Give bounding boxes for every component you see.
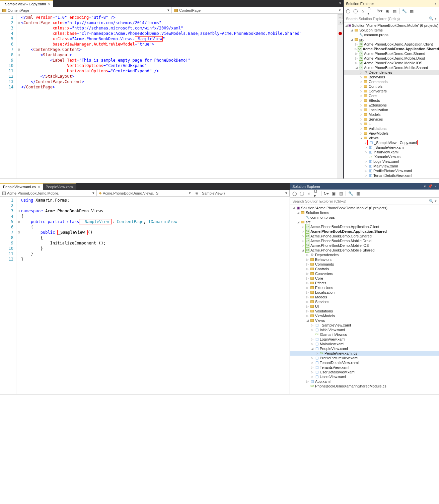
tree-row[interactable]: ◫MainView.xaml (290, 342, 439, 346)
tree-row[interactable]: C#Acme.PhoneBookDemo.Core.Shared (290, 234, 439, 238)
expand-icon[interactable] (364, 173, 367, 178)
tree-row[interactable]: ◫InitialView.xaml (344, 150, 439, 154)
tree-row[interactable]: Validations (344, 126, 439, 131)
tree-row[interactable]: ◫TenantDetailsView.xaml (344, 173, 439, 178)
member-combo[interactable]: ◉_SampleView()▾ (193, 190, 290, 196)
properties-icon[interactable]: 🔧 (348, 191, 353, 196)
tree-row[interactable]: ◫ProfilePictureView.xaml (290, 356, 439, 360)
tree-row[interactable]: Services (344, 117, 439, 122)
expand-icon[interactable] (355, 51, 358, 56)
solution-tree[interactable]: ▣Solution 'Acme.PhoneBookDemo.Mobile' (6… (290, 205, 439, 394)
tree-row[interactable]: Extensions (290, 285, 439, 290)
properties-icon[interactable]: 🔧 (401, 8, 407, 14)
tree-row[interactable]: C#Acme.PhoneBookDemo.Core.Shared (344, 51, 439, 56)
expand-icon[interactable] (359, 103, 363, 107)
show-all-icon[interactable]: ▣ (331, 191, 336, 196)
tree-row[interactable]: ◫_SampleView.xaml (290, 323, 439, 328)
solution-explorer-title-bar[interactable]: Solution Explorer ▾ (344, 0, 439, 7)
expand-icon[interactable] (359, 126, 363, 131)
forward-icon[interactable]: ◯ (353, 8, 358, 14)
expand-icon[interactable] (355, 65, 358, 70)
expand-icon[interactable] (359, 107, 363, 112)
expand-icon[interactable] (359, 122, 363, 126)
expand-icon[interactable] (292, 206, 295, 210)
collapse-icon[interactable]: ▤ (338, 191, 344, 196)
expand-icon[interactable] (359, 136, 363, 140)
code-editor[interactable]: 1234567891011121314 ⊟⊟⊟ <?xml version="1… (0, 14, 343, 178)
expand-icon[interactable] (296, 220, 300, 224)
expand-icon[interactable] (310, 360, 314, 365)
expand-icon[interactable] (364, 145, 367, 150)
home-icon[interactable]: ⌂ (360, 8, 365, 14)
close-icon[interactable]: × (38, 185, 41, 190)
expand-icon[interactable] (359, 112, 363, 117)
close-icon[interactable]: × (48, 2, 51, 7)
expand-icon[interactable] (359, 70, 363, 75)
tree-row[interactable]: 🔧common.props (344, 32, 439, 37)
document-tab-active[interactable]: PeopleView.xaml.cs × (0, 183, 43, 190)
outline-gutter[interactable]: ⊟⊟⊟ (16, 197, 21, 394)
tree-row[interactable]: C#Acme.PhoneBookDemo.Mobile.Shared (344, 65, 439, 70)
expand-icon[interactable] (310, 374, 314, 379)
expand-icon[interactable] (359, 84, 363, 89)
dropdown-icon[interactable]: ▾ (424, 184, 426, 189)
expand-icon[interactable] (364, 159, 367, 164)
dropdown-icon[interactable]: ▾ (337, 0, 343, 7)
expand-icon[interactable] (306, 267, 309, 271)
tree-row[interactable]: Localization (290, 290, 439, 295)
tree-row[interactable]: C#Acme.PhoneBookDemo.Mobile.iOS (344, 61, 439, 65)
expand-icon[interactable] (306, 281, 309, 285)
tree-row[interactable]: Services (290, 299, 439, 304)
tree-row[interactable]: src (290, 220, 439, 224)
tree-row[interactable]: Converters (290, 271, 439, 276)
expand-icon[interactable] (310, 328, 314, 332)
close-icon[interactable]: × (435, 184, 437, 189)
tree-row[interactable]: Core (344, 93, 439, 98)
tree-row[interactable]: ◫UsersView.xaml (290, 374, 439, 379)
tree-row[interactable]: C#Acme.PhoneBookDemo.Mobile.iOS (290, 243, 439, 248)
expand-icon[interactable] (355, 47, 357, 51)
tree-row[interactable]: Extensions (344, 103, 439, 107)
tree-row[interactable]: C#Acme.PhoneBookDemo.Application.Shared (344, 47, 439, 51)
solution-tree[interactable]: ▣Solution 'Acme.PhoneBookDemo.Mobile' (6… (344, 22, 439, 178)
expand-icon[interactable] (359, 117, 363, 122)
expand-icon[interactable] (306, 285, 309, 290)
tree-row[interactable]: ⚙Dependencies (290, 253, 439, 257)
code-text[interactable]: using Xamarin.Forms;namespace Acme.Phone… (21, 197, 290, 394)
scroll-up-icon[interactable]: ▴ (338, 20, 343, 24)
code-editor[interactable]: 123456789101112 ⊟⊟⊟ using Xamarin.Forms;… (0, 197, 290, 394)
expand-icon[interactable] (306, 262, 309, 267)
expand-icon[interactable] (364, 140, 367, 145)
expand-icon[interactable] (296, 210, 300, 215)
code-text[interactable]: <?xml version="1.0" encoding="utf-8" ?><… (21, 14, 337, 178)
expand-icon[interactable] (359, 89, 363, 93)
expand-icon[interactable] (306, 318, 309, 323)
type-combo[interactable]: ◆Acme.PhoneBookDemo.Views._S▾ (97, 190, 193, 196)
back-icon[interactable]: ◯ (292, 191, 297, 196)
tree-row[interactable]: C#PhoneBookDemoXamarinSharedModule.cs (290, 384, 439, 388)
tree-row[interactable]: ViewModels (290, 313, 439, 318)
expand-icon[interactable] (306, 299, 309, 304)
sync-icon[interactable]: ↻▾ (323, 191, 329, 196)
tree-row[interactable]: Controls (290, 267, 439, 271)
tree-row[interactable]: C#Acme.PhoneBookDemo.Application.Client (290, 224, 439, 229)
expand-icon[interactable] (350, 37, 353, 42)
tree-row[interactable]: C#Acme.PhoneBookDemo.Application.Client (344, 42, 439, 47)
collapse-icon[interactable]: ▤ (392, 8, 397, 14)
dropdown-icon[interactable]: ▾ (435, 1, 437, 6)
expand-icon[interactable] (306, 309, 309, 313)
tree-row[interactable]: C#Acme.PhoneBookDemo.Mobile.Droid (344, 56, 439, 61)
tree-row[interactable]: ◫MainView.xaml (344, 164, 439, 168)
tree-row[interactable]: ◫TenantsView.xaml (290, 365, 439, 370)
pin-icon[interactable]: 📌 (428, 184, 433, 189)
document-tab[interactable]: _SampleView - Copy.xaml × (0, 0, 53, 7)
tree-row[interactable]: Effects (290, 281, 439, 285)
preview-icon[interactable]: ▦ (355, 191, 361, 196)
expand-icon[interactable] (301, 224, 304, 229)
expand-icon[interactable] (345, 23, 348, 28)
tree-row[interactable]: C#Acme.PhoneBookDemo.Application.Shared (290, 229, 439, 234)
tree-row[interactable]: ViewModels (344, 131, 439, 136)
expand-icon[interactable] (301, 234, 304, 238)
tree-row[interactable]: ◫InitialView.xaml (290, 328, 439, 332)
solution-explorer-title-bar[interactable]: Solution Explorer ▾📌× (290, 183, 439, 190)
